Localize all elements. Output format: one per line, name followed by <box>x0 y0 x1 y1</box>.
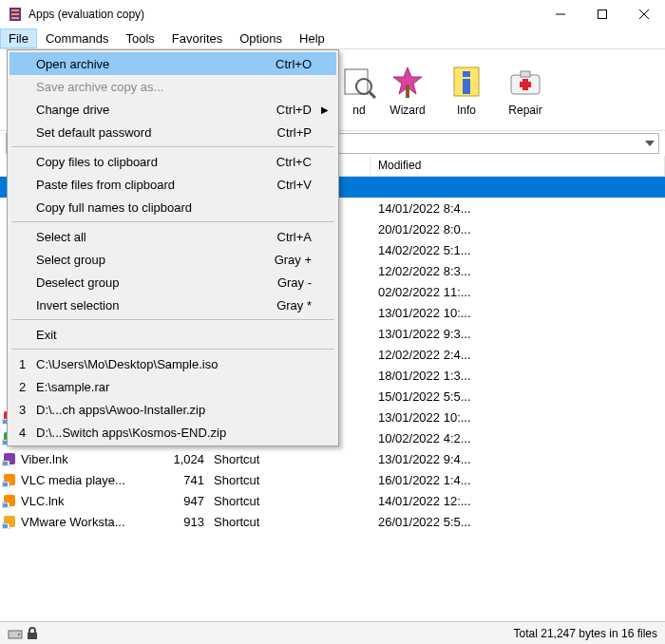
svg-rect-5 <box>598 10 607 19</box>
toolbar-wizard-button[interactable]: Wizard <box>378 53 437 127</box>
svg-line-6 <box>639 9 649 19</box>
svg-marker-32 <box>3 462 8 465</box>
menu-options[interactable]: Options <box>231 28 291 48</box>
menu-separator <box>11 146 334 147</box>
menu-recent-2[interactable]: 2 E:\sample.rar <box>10 375 336 398</box>
menu-open-archive[interactable]: Open archive Ctrl+O <box>10 52 336 75</box>
file-modified: 10/02/2022 4:2... <box>370 431 665 445</box>
file-icon <box>2 451 17 466</box>
file-modified: 14/01/2022 12:... <box>370 494 665 508</box>
file-menu-dropdown: Open archive Ctrl+O Save archive copy as… <box>7 49 339 446</box>
svg-line-7 <box>639 9 649 19</box>
status-bar: Total 21,247 bytes in 16 files <box>0 621 665 644</box>
menu-invert-selection[interactable]: Invert selection Gray * <box>10 294 336 316</box>
menu-help[interactable]: Help <box>291 28 333 48</box>
file-type: Shortcut <box>214 452 294 466</box>
info-icon <box>448 64 484 100</box>
menu-separator <box>11 349 334 350</box>
submenu-arrow-icon: ▶ <box>321 104 329 115</box>
menu-separator <box>11 221 334 222</box>
svg-rect-47 <box>28 633 37 639</box>
status-icons <box>8 627 53 640</box>
chevron-down-icon <box>645 141 655 146</box>
menu-deselect-group[interactable]: Deselect group Gray - <box>10 271 336 294</box>
file-icon <box>2 493 17 508</box>
file-name: VLC.lnk <box>19 494 152 508</box>
toolbar-repair-button[interactable]: Repair <box>496 53 555 127</box>
file-size: 1,024 <box>152 452 214 466</box>
toolbar-find-button[interactable]: nd <box>340 53 378 127</box>
toolbar-info-label: Info <box>457 104 476 117</box>
menu-file[interactable]: File <box>0 28 37 48</box>
file-row[interactable]: Viber.lnk1,024Shortcut13/01/2022 9:4... <box>0 448 665 469</box>
file-size: 913 <box>152 515 214 529</box>
file-row[interactable]: VLC.lnk947Shortcut14/01/2022 12:... <box>0 490 665 511</box>
file-modified: 14/02/2022 5:1... <box>370 243 665 257</box>
file-name: Viber.lnk <box>19 452 152 466</box>
menu-favorites[interactable]: Favorites <box>163 28 231 48</box>
toolbar-repair-label: Repair <box>508 104 542 117</box>
file-type: Shortcut <box>214 494 294 508</box>
menu-recent-3[interactable]: 3 D:\...ch apps\Awoo-Installer.zip <box>10 398 336 421</box>
svg-rect-15 <box>463 79 470 94</box>
menu-commands[interactable]: Commands <box>37 28 117 48</box>
menu-paste-files-clipboard[interactable]: Paste files from clipboard Ctrl+V <box>10 173 336 196</box>
svg-rect-3 <box>11 17 19 19</box>
svg-rect-14 <box>463 71 470 77</box>
svg-rect-2 <box>11 13 19 15</box>
wizard-icon <box>390 64 426 100</box>
file-modified: 13/01/2022 9:3... <box>370 327 665 341</box>
file-modified: 12/02/2022 2:4... <box>370 348 665 362</box>
svg-marker-40 <box>3 503 8 507</box>
file-modified: 16/01/2022 1:4... <box>370 473 665 487</box>
menu-select-all[interactable]: Select all Ctrl+A <box>10 225 336 248</box>
file-row[interactable]: VLC media playe...741Shortcut16/01/2022 … <box>0 469 665 490</box>
svg-rect-12 <box>406 85 409 98</box>
file-name: VMware Worksta... <box>19 515 152 529</box>
menu-bar: File Commands Tools Favorites Options He… <box>0 28 665 49</box>
file-icon <box>2 514 17 529</box>
menu-select-group[interactable]: Select group Gray + <box>10 248 336 271</box>
svg-marker-36 <box>3 483 8 486</box>
file-modified: 20/01/2022 8:0... <box>370 222 665 237</box>
svg-line-10 <box>370 92 375 98</box>
file-modified: 13/01/2022 10:... <box>370 410 665 425</box>
menu-set-default-password[interactable]: Set default password Ctrl+P <box>10 121 336 143</box>
svg-marker-20 <box>645 141 655 146</box>
svg-marker-44 <box>3 524 8 528</box>
file-type: Shortcut <box>214 515 294 529</box>
menu-copy-files-clipboard[interactable]: Copy files to clipboard Ctrl+C <box>10 150 336 173</box>
lock-icon <box>25 627 40 640</box>
close-button[interactable] <box>623 0 665 28</box>
file-modified: 13/01/2022 9:4... <box>370 452 665 466</box>
file-size: 741 <box>152 473 214 487</box>
menu-recent-1[interactable]: 1 C:\Users\Mo\Desktop\Sample.iso <box>10 352 336 375</box>
file-modified: 02/02/2022 11:... <box>370 285 665 299</box>
toolbar-wizard-label: Wizard <box>390 104 425 117</box>
repair-icon <box>507 64 543 100</box>
svg-rect-19 <box>520 82 531 87</box>
toolbar-info-button[interactable]: Info <box>437 53 496 127</box>
file-name: VLC media playe... <box>19 473 152 487</box>
menu-tools[interactable]: Tools <box>117 28 162 48</box>
file-icon <box>2 472 17 487</box>
col-modified[interactable]: Modified <box>370 156 665 176</box>
file-modified: 15/01/2022 5:5... <box>370 389 665 404</box>
menu-recent-4[interactable]: 4 D:\...Switch apps\Kosmos-END.zip <box>10 421 336 444</box>
window-title: Apps (evaluation copy) <box>28 8 540 21</box>
drive-icon <box>8 627 23 640</box>
find-icon <box>341 64 377 100</box>
menu-exit[interactable]: Exit <box>10 323 336 346</box>
file-row[interactable]: VMware Worksta...913Shortcut26/01/2022 5… <box>0 511 665 532</box>
menu-change-drive[interactable]: Change drive Ctrl+D ▶ <box>10 98 336 121</box>
file-modified: 14/01/2022 8:4... <box>370 201 665 216</box>
title-bar: Apps (evaluation copy) <box>0 0 665 28</box>
menu-copy-full-names[interactable]: Copy full names to clipboard <box>10 196 336 218</box>
menu-save-archive-copy: Save archive copy as... <box>10 75 336 98</box>
menu-separator <box>11 319 334 320</box>
maximize-button[interactable] <box>581 0 623 28</box>
status-text: Total 21,247 bytes in 16 files <box>514 627 657 640</box>
svg-rect-46 <box>18 634 20 635</box>
minimize-button[interactable] <box>540 0 581 28</box>
file-type: Shortcut <box>214 473 294 487</box>
